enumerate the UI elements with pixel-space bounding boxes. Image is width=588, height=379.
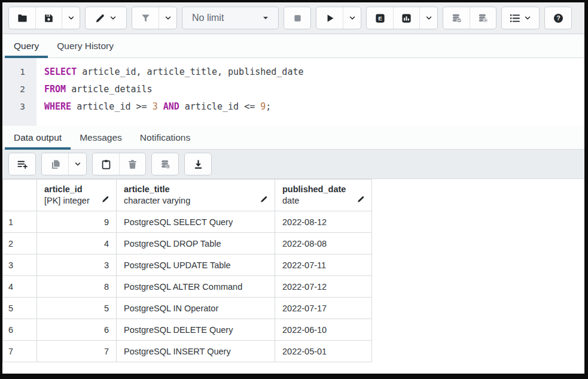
row-number-cell[interactable]: 2 bbox=[3, 233, 37, 254]
grid-cell-article_id[interactable]: 6 bbox=[37, 319, 117, 341]
column-header-published_date[interactable]: published_datedate bbox=[275, 180, 372, 211]
save-data-button[interactable] bbox=[152, 153, 178, 175]
sql-token: SELECT bbox=[44, 66, 77, 77]
grid-cell-published_date[interactable]: 2022-08-08 bbox=[275, 233, 372, 254]
rollback-button[interactable] bbox=[470, 7, 496, 29]
commit-icon bbox=[451, 13, 462, 24]
tab-messages-label: Messages bbox=[80, 132, 122, 143]
copy-menu-button[interactable] bbox=[68, 153, 86, 175]
help-icon: ? bbox=[553, 13, 564, 24]
tab-data-output[interactable]: Data output bbox=[5, 126, 71, 149]
edit-button-group bbox=[85, 7, 127, 29]
tab-notifications[interactable]: Notifications bbox=[131, 126, 199, 149]
grid-cell-article_id[interactable]: 7 bbox=[37, 341, 117, 362]
row-number-cell[interactable]: 6 bbox=[3, 319, 37, 341]
grid-corner-cell[interactable] bbox=[3, 180, 37, 211]
save-menu-button[interactable] bbox=[62, 7, 80, 29]
tab-query-label: Query bbox=[14, 41, 39, 51]
caret-down-icon bbox=[261, 14, 270, 22]
row-number-cell[interactable]: 3 bbox=[3, 254, 37, 276]
open-file-button[interactable] bbox=[9, 7, 35, 29]
grid-cell-article_title[interactable]: PostgreSQL ALTER Command bbox=[117, 276, 275, 298]
transaction-button-group bbox=[443, 7, 496, 29]
editor-tabs: Query Query History bbox=[2, 34, 584, 58]
grid-cell-published_date[interactable]: 2022-07-12 bbox=[275, 276, 372, 298]
add-row-button[interactable] bbox=[9, 153, 35, 175]
grid-cell-article_id[interactable]: 5 bbox=[37, 298, 117, 319]
filter-menu-button[interactable] bbox=[159, 7, 176, 29]
stop-icon bbox=[292, 13, 303, 24]
grid-cell-published_date[interactable]: 2022-06-10 bbox=[275, 319, 372, 341]
chevron-down-icon bbox=[348, 14, 357, 22]
column-name: article_id bbox=[44, 184, 90, 195]
grid-cell-article_id[interactable]: 3 bbox=[37, 254, 117, 276]
grid-row: 48PostgreSQL ALTER Command2022-07-12 bbox=[3, 276, 372, 298]
chevron-down-icon bbox=[74, 160, 82, 168]
row-number-cell[interactable]: 4 bbox=[3, 276, 37, 298]
edit-column-icon[interactable] bbox=[357, 195, 365, 204]
sql-token: article_details bbox=[66, 84, 153, 95]
trash-icon bbox=[127, 159, 138, 170]
grid-cell-article_id[interactable]: 4 bbox=[37, 233, 117, 254]
edit-column-icon[interactable] bbox=[260, 195, 269, 204]
grid-row: 66PostgreSQL DELETE Query2022-06-10 bbox=[3, 319, 372, 341]
file-button-group bbox=[8, 7, 80, 29]
grid-row: 55PostgreSQL IN Operator2022-07-17 bbox=[3, 298, 372, 319]
row-limit-select[interactable]: No limit bbox=[182, 7, 279, 29]
chevron-down-icon bbox=[164, 14, 172, 22]
grid-cell-article_id[interactable]: 9 bbox=[37, 211, 117, 233]
grid-cell-article_title[interactable]: PostgreSQL UPDATE Table bbox=[117, 254, 275, 276]
row-number-cell[interactable]: 7 bbox=[3, 341, 37, 362]
download-results-button[interactable] bbox=[185, 153, 211, 175]
grid-cell-published_date[interactable]: 2022-07-17 bbox=[275, 298, 372, 319]
grid-cell-article_title[interactable]: PostgreSQL IN Operator bbox=[117, 298, 275, 319]
stop-button[interactable] bbox=[284, 7, 310, 29]
grid-cell-published_date[interactable]: 2022-08-12 bbox=[275, 211, 372, 233]
chevron-down-icon bbox=[67, 14, 75, 22]
edit-column-icon[interactable] bbox=[101, 195, 110, 204]
column-header-article_title[interactable]: article_titlecharacter varying bbox=[117, 180, 275, 211]
copy-button[interactable] bbox=[42, 153, 68, 175]
tab-messages[interactable]: Messages bbox=[71, 126, 131, 149]
explain-analyze-button[interactable] bbox=[393, 7, 419, 29]
code-line: FROM article_details bbox=[44, 81, 584, 98]
grid-cell-published_date[interactable]: 2022-05-01 bbox=[275, 341, 372, 362]
output-toolbar bbox=[2, 150, 584, 179]
chevron-down-icon bbox=[109, 14, 117, 22]
chevron-down-icon bbox=[425, 14, 433, 22]
filter-button[interactable] bbox=[132, 7, 159, 29]
add-row-icon bbox=[17, 159, 28, 170]
sql-code[interactable]: SELECT article_id, article_title, publis… bbox=[36, 58, 584, 126]
grid-cell-published_date[interactable]: 2022-07-11 bbox=[275, 254, 372, 276]
grid-cell-article_title[interactable]: PostgreSQL DROP Table bbox=[117, 233, 275, 254]
execute-button-group bbox=[316, 7, 361, 29]
help-button[interactable]: ? bbox=[545, 7, 571, 29]
execute-menu-button[interactable] bbox=[343, 7, 361, 29]
paste-button[interactable] bbox=[93, 153, 119, 175]
edit-menu-button[interactable] bbox=[86, 7, 126, 29]
grid-cell-article_id[interactable]: 8 bbox=[37, 276, 117, 298]
grid-cell-article_title[interactable]: PostgreSQL INSERT Query bbox=[117, 341, 275, 362]
copy-group bbox=[41, 153, 87, 175]
grid-cell-article_title[interactable]: PostgreSQL DELETE Query bbox=[117, 319, 275, 341]
commit-button[interactable] bbox=[443, 7, 470, 29]
explain-analyze-icon bbox=[401, 13, 412, 24]
sql-editor[interactable]: 123 SELECT article_id, article_title, pu… bbox=[2, 58, 584, 126]
grid-row: 33PostgreSQL UPDATE Table2022-07-11 bbox=[3, 254, 372, 276]
row-number-cell[interactable]: 5 bbox=[3, 298, 37, 319]
row-number-cell[interactable]: 1 bbox=[3, 211, 37, 233]
tab-query-history[interactable]: Query History bbox=[48, 34, 123, 57]
save-file-button[interactable] bbox=[35, 7, 62, 29]
delete-row-button[interactable] bbox=[119, 153, 145, 175]
line-number: 3 bbox=[2, 98, 36, 116]
explain-menu-button[interactable] bbox=[419, 7, 437, 29]
sql-token: 9 bbox=[260, 101, 266, 112]
macros-menu-button[interactable] bbox=[502, 7, 539, 29]
edit-icon bbox=[95, 13, 106, 24]
tab-query[interactable]: Query bbox=[5, 34, 48, 57]
grid-cell-article_title[interactable]: PostgreSQL SELECT Query bbox=[117, 211, 275, 233]
column-header-article_id[interactable]: article_id[PK] integer bbox=[37, 180, 117, 211]
explain-button[interactable]: E bbox=[367, 7, 393, 29]
sql-token: ; bbox=[266, 101, 271, 112]
execute-button[interactable] bbox=[316, 7, 343, 29]
